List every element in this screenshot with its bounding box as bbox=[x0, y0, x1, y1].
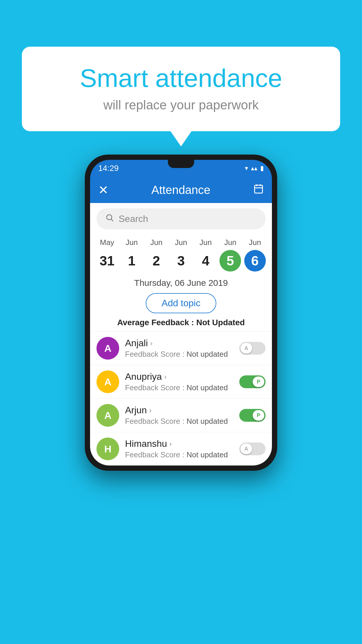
toggle-knob-1: P bbox=[253, 377, 264, 387]
signal-icon: ▴▴ bbox=[251, 164, 257, 172]
date-num-4[interactable]: 4 bbox=[195, 250, 217, 272]
student-info-2: Arjun ›Feedback Score : Not updated bbox=[125, 405, 233, 426]
attendance-toggle-3[interactable]: A bbox=[239, 442, 266, 455]
content-area: Search May31Jun1Jun2Jun3Jun4Jun5Jun6 Thu… bbox=[90, 203, 272, 466]
chevron-icon: › bbox=[150, 339, 152, 347]
date-col-3[interactable]: Jun3 bbox=[169, 238, 193, 272]
date-col-2[interactable]: Jun2 bbox=[145, 238, 168, 272]
student-avatar-2: A bbox=[96, 404, 119, 427]
chevron-icon: › bbox=[169, 440, 172, 448]
close-button[interactable]: ✕ bbox=[98, 183, 108, 197]
chevron-icon: › bbox=[164, 373, 166, 381]
student-avatar-3: H bbox=[96, 438, 119, 460]
attendance-toggle-2[interactable]: P bbox=[239, 409, 266, 422]
date-month-0: May bbox=[100, 238, 114, 247]
date-month-2: Jun bbox=[150, 238, 162, 247]
search-icon bbox=[105, 213, 114, 224]
date-month-1: Jun bbox=[126, 238, 138, 247]
calendar-icon[interactable] bbox=[253, 183, 264, 197]
student-feedback-0: Feedback Score : Not updated bbox=[125, 350, 233, 359]
app-bar-title: Attendance bbox=[108, 183, 253, 197]
speech-bubble: Smart attendance will replace your paper… bbox=[22, 47, 340, 131]
phone-outer: 14:29 ▾ ▴▴ ▮ ✕ Attendance bbox=[85, 155, 277, 471]
student-list: AAnjali ›Feedback Score : Not updatedAAA… bbox=[90, 331, 272, 466]
bubble-title: Smart attendance bbox=[45, 64, 317, 92]
date-num-0[interactable]: 31 bbox=[96, 250, 118, 272]
toggle-knob-0: A bbox=[240, 343, 252, 354]
date-col-4[interactable]: Jun4 bbox=[194, 238, 217, 272]
feedback-value-3: Not updated bbox=[187, 450, 228, 459]
chevron-icon: › bbox=[149, 406, 152, 414]
toggle-knob-2: P bbox=[253, 410, 264, 421]
student-row-0[interactable]: AAnjali ›Feedback Score : Not updatedA bbox=[90, 331, 272, 365]
student-avatar-0: A bbox=[96, 337, 119, 360]
student-name-0: Anjali › bbox=[125, 338, 233, 349]
bubble-subtitle: will replace your paperwork bbox=[45, 98, 317, 112]
feedback-value-2: Not updated bbox=[187, 417, 228, 426]
date-col-5[interactable]: Jun5 bbox=[219, 238, 242, 272]
student-feedback-3: Feedback Score : Not updated bbox=[125, 450, 233, 459]
status-time: 14:29 bbox=[98, 164, 119, 173]
student-row-1[interactable]: AAnupriya ›Feedback Score : Not updatedP bbox=[90, 365, 272, 398]
avg-feedback-label: Average Feedback : bbox=[117, 318, 196, 327]
selected-date-label: Thursday, 06 June 2019 bbox=[90, 272, 272, 290]
date-month-5: Jun bbox=[224, 238, 236, 247]
date-month-6: Jun bbox=[249, 238, 261, 247]
search-input[interactable]: Search bbox=[119, 214, 148, 224]
student-row-2[interactable]: AArjun ›Feedback Score : Not updatedP bbox=[90, 398, 272, 432]
student-avatar-1: A bbox=[96, 370, 119, 393]
search-bar[interactable]: Search bbox=[96, 208, 266, 229]
toggle-knob-3: A bbox=[240, 444, 252, 454]
wifi-icon: ▾ bbox=[245, 164, 248, 172]
date-col-0[interactable]: May31 bbox=[95, 238, 119, 272]
phone-inner: 14:29 ▾ ▴▴ ▮ ✕ Attendance bbox=[90, 160, 272, 466]
feedback-value-1: Not updated bbox=[187, 383, 228, 392]
date-num-5[interactable]: 5 bbox=[219, 250, 241, 272]
student-feedback-2: Feedback Score : Not updated bbox=[125, 417, 233, 426]
student-feedback-1: Feedback Score : Not updated bbox=[125, 383, 233, 392]
calendar-row: May31Jun1Jun2Jun3Jun4Jun5Jun6 bbox=[90, 235, 272, 272]
notch bbox=[168, 160, 194, 168]
student-row-3[interactable]: HHimanshu ›Feedback Score : Not updatedA bbox=[90, 432, 272, 466]
student-info-0: Anjali ›Feedback Score : Not updated bbox=[125, 338, 233, 359]
speech-bubble-container: Smart attendance will replace your paper… bbox=[22, 47, 340, 131]
date-num-6[interactable]: 6 bbox=[244, 250, 266, 272]
svg-rect-0 bbox=[255, 185, 263, 193]
date-month-3: Jun bbox=[175, 238, 187, 247]
student-name-2: Arjun › bbox=[125, 405, 233, 416]
date-num-3[interactable]: 3 bbox=[170, 250, 192, 272]
date-num-2[interactable]: 2 bbox=[145, 250, 167, 272]
date-num-1[interactable]: 1 bbox=[121, 250, 143, 272]
student-name-3: Himanshu › bbox=[125, 438, 233, 449]
student-info-1: Anupriya ›Feedback Score : Not updated bbox=[125, 371, 233, 392]
status-icons: ▾ ▴▴ ▮ bbox=[245, 164, 264, 172]
student-info-3: Himanshu ›Feedback Score : Not updated bbox=[125, 438, 233, 459]
date-col-6[interactable]: Jun6 bbox=[243, 238, 267, 272]
average-feedback: Average Feedback : Not Updated bbox=[90, 318, 272, 327]
svg-point-4 bbox=[107, 215, 112, 220]
date-col-1[interactable]: Jun1 bbox=[120, 238, 143, 272]
phone-wrapper: 14:29 ▾ ▴▴ ▮ ✕ Attendance bbox=[85, 155, 277, 471]
svg-line-5 bbox=[111, 219, 113, 221]
avg-feedback-value: Not Updated bbox=[196, 318, 245, 327]
battery-icon: ▮ bbox=[260, 164, 264, 172]
attendance-toggle-0[interactable]: A bbox=[239, 342, 266, 355]
attendance-toggle-1[interactable]: P bbox=[239, 375, 266, 388]
feedback-value-0: Not updated bbox=[187, 350, 228, 358]
add-topic-button[interactable]: Add topic bbox=[146, 293, 216, 313]
app-bar: ✕ Attendance bbox=[90, 177, 272, 203]
student-name-1: Anupriya › bbox=[125, 371, 233, 382]
date-month-4: Jun bbox=[200, 238, 212, 247]
status-bar: 14:29 ▾ ▴▴ ▮ bbox=[90, 160, 272, 177]
